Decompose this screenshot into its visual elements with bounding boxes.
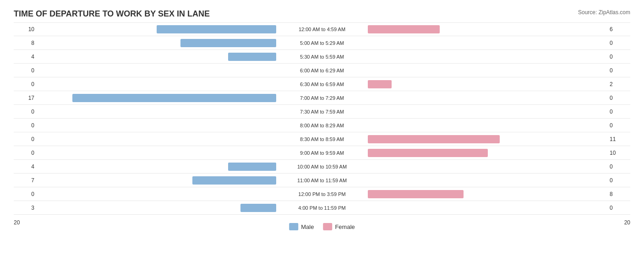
female-value: 8 — [607, 191, 630, 197]
male-bar — [228, 163, 276, 171]
male-value: 0 — [14, 122, 37, 129]
female-value: 0 — [607, 177, 630, 184]
female-value: 0 — [607, 95, 630, 101]
female-bar — [368, 190, 464, 198]
female-value: 0 — [607, 163, 630, 170]
female-bar-area — [368, 107, 607, 117]
bars-zone: 7:30 AM to 7:59 AM — [37, 105, 607, 118]
table-row: 3 4:00 PM to 11:59 PM 0 — [14, 201, 630, 215]
time-label: 7:00 AM to 7:29 AM — [276, 95, 368, 101]
male-bar-area — [37, 24, 276, 34]
bars-zone: 6:00 AM to 6:29 AM — [37, 64, 607, 77]
female-bar-area — [368, 189, 607, 199]
male-value: 4 — [14, 54, 37, 60]
female-bar-area — [368, 79, 607, 89]
table-row: 0 6:30 AM to 6:59 AM 2 — [14, 77, 630, 91]
bars-zone: 5:00 AM to 5:29 AM — [37, 36, 607, 49]
axis-left: 20 — [14, 219, 20, 226]
bars-zone: 12:00 PM to 3:59 PM — [37, 187, 607, 201]
male-value: 0 — [14, 109, 37, 115]
table-row: 17 7:00 AM to 7:29 AM 0 — [14, 91, 630, 105]
male-bar-area — [37, 52, 276, 62]
male-value: 4 — [14, 163, 37, 170]
legend-female-label: Female — [335, 223, 355, 230]
table-row: 0 12:00 PM to 3:59 PM 8 — [14, 187, 630, 201]
female-bar — [368, 25, 440, 33]
male-bar — [72, 94, 276, 102]
male-bar-area — [37, 107, 276, 117]
bars-zone: 8:30 AM to 8:59 AM — [37, 132, 607, 146]
male-bar-area — [37, 162, 276, 172]
female-bar-area — [368, 52, 607, 62]
male-bar-area — [37, 79, 276, 89]
male-bar-area — [37, 189, 276, 199]
male-bar-area — [37, 65, 276, 76]
male-bar — [192, 176, 276, 185]
bars-zone: 6:30 AM to 6:59 AM — [37, 77, 607, 91]
female-bar-area — [368, 175, 607, 185]
table-row: 7 11:00 AM to 11:59 AM 0 — [14, 174, 630, 187]
table-row: 4 5:30 AM to 5:59 AM 0 — [14, 50, 630, 64]
bars-zone: 4:00 PM to 11:59 PM — [37, 201, 607, 214]
table-row: 8 5:00 AM to 5:29 AM 0 — [14, 36, 630, 50]
chart-container: TIME OF DEPARTURE TO WORK BY SEX IN LANE… — [0, 0, 644, 272]
female-bar-area — [368, 38, 607, 48]
bars-zone: 12:00 AM to 4:59 AM — [37, 23, 607, 36]
female-value: 10 — [607, 150, 630, 156]
male-bar-area — [37, 134, 276, 144]
female-value: 0 — [607, 40, 630, 46]
legend-female: Female — [323, 223, 355, 230]
bars-zone: 8:00 AM to 8:29 AM — [37, 119, 607, 132]
bars-zone: 11:00 AM to 11:59 AM — [37, 174, 607, 187]
time-label: 12:00 AM to 4:59 AM — [276, 27, 368, 32]
time-label: 8:00 AM to 8:29 AM — [276, 123, 368, 128]
female-bar-area — [368, 93, 607, 103]
male-bar-area — [37, 148, 276, 158]
female-bar — [368, 149, 488, 157]
time-label: 6:00 AM to 6:29 AM — [276, 68, 368, 73]
time-label: 12:00 PM to 3:59 PM — [276, 191, 368, 197]
female-bar-area — [368, 24, 607, 34]
female-value: 2 — [607, 81, 630, 87]
female-value: 0 — [607, 54, 630, 60]
male-bar — [228, 53, 276, 61]
table-row: 4 10:00 AM to 10:59 AM 0 — [14, 160, 630, 174]
male-bar — [157, 25, 277, 33]
male-value: 0 — [14, 81, 37, 87]
female-value: 0 — [607, 109, 630, 115]
legend-male-label: Male — [301, 223, 314, 230]
female-value: 6 — [607, 26, 630, 33]
legend: Male Female — [289, 223, 355, 230]
male-bar — [240, 204, 276, 212]
rows-container: 10 12:00 AM to 4:59 AM 6 8 5:00 AM to 5:… — [14, 22, 630, 212]
female-bar — [368, 135, 500, 143]
male-value: 7 — [14, 177, 37, 184]
male-value: 17 — [14, 95, 37, 101]
bars-zone: 7:00 AM to 7:29 AM — [37, 91, 607, 104]
male-value: 0 — [14, 136, 37, 142]
legend-male-box — [289, 223, 298, 230]
axis-right: 20 — [624, 219, 630, 226]
time-label: 5:00 AM to 5:29 AM — [276, 40, 368, 46]
chart-area: 10 12:00 AM to 4:59 AM 6 8 5:00 AM to 5:… — [14, 22, 630, 230]
source-label: Source: ZipAtlas.com — [578, 9, 630, 16]
bars-zone: 10:00 AM to 10:59 AM — [37, 160, 607, 173]
female-value: 0 — [607, 122, 630, 129]
time-label: 6:30 AM to 6:59 AM — [276, 82, 368, 87]
time-label: 10:00 AM to 10:59 AM — [276, 164, 368, 169]
male-bar-area — [37, 175, 276, 185]
female-bar — [368, 80, 392, 88]
male-value: 8 — [14, 40, 37, 46]
female-value: 11 — [607, 136, 630, 142]
table-row: 0 8:30 AM to 8:59 AM 11 — [14, 132, 630, 146]
time-label: 8:30 AM to 8:59 AM — [276, 136, 368, 142]
table-row: 0 7:30 AM to 7:59 AM 0 — [14, 105, 630, 119]
female-bar-area — [368, 162, 607, 172]
time-label: 9:00 AM to 9:59 AM — [276, 150, 368, 156]
female-value: 0 — [607, 205, 630, 211]
male-bar-area — [37, 38, 276, 48]
time-label: 4:00 PM to 11:59 PM — [276, 205, 368, 211]
time-label: 5:30 AM to 5:59 AM — [276, 54, 368, 60]
table-row: 0 6:00 AM to 6:29 AM 0 — [14, 64, 630, 77]
female-value: 0 — [607, 67, 630, 74]
